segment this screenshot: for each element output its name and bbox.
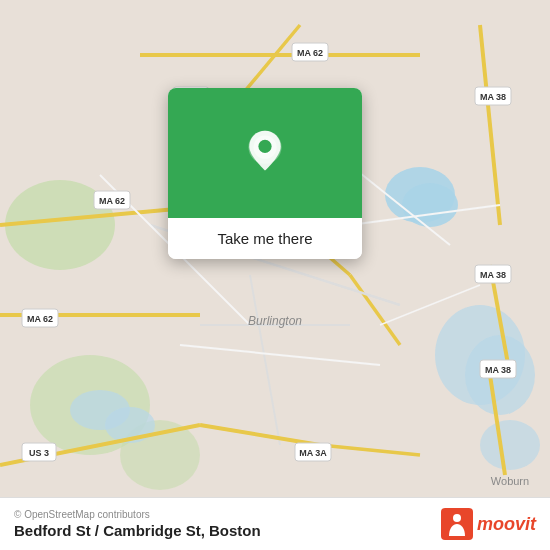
moovit-logo: moovit <box>441 508 536 540</box>
svg-text:MA 3A: MA 3A <box>299 448 327 458</box>
bottom-left: © OpenStreetMap contributors Bedford St … <box>14 509 261 539</box>
svg-text:US 3: US 3 <box>29 448 49 458</box>
svg-point-10 <box>480 420 540 470</box>
osm-attribution: © OpenStreetMap contributors <box>14 509 261 520</box>
svg-point-56 <box>453 514 461 522</box>
moovit-brand-icon <box>441 508 473 540</box>
take-me-there-button[interactable]: Take me there <box>168 218 362 259</box>
svg-text:MA 62: MA 62 <box>99 196 125 206</box>
svg-point-5 <box>402 183 458 227</box>
moovit-brand-text: moovit <box>477 514 536 535</box>
popup-card: Take me there <box>168 88 362 259</box>
bottom-bar: © OpenStreetMap contributors Bedford St … <box>0 497 550 550</box>
svg-text:Burlington: Burlington <box>248 314 302 328</box>
map-container: MA 62 MA 62 MA 62 MA 62 MA 38 MA 38 MA 3… <box>0 0 550 550</box>
svg-text:MA 62: MA 62 <box>27 314 53 324</box>
svg-text:Woburn: Woburn <box>491 475 529 487</box>
svg-text:MA 62: MA 62 <box>297 48 323 58</box>
svg-text:MA 38: MA 38 <box>480 270 506 280</box>
popup-green-area <box>168 88 362 218</box>
svg-point-54 <box>258 140 271 153</box>
svg-text:MA 38: MA 38 <box>485 365 511 375</box>
svg-text:MA 38: MA 38 <box>480 92 506 102</box>
location-pin-icon <box>241 129 289 177</box>
location-label: Bedford St / Cambridge St, Boston <box>14 522 261 539</box>
map-background: MA 62 MA 62 MA 62 MA 62 MA 38 MA 38 MA 3… <box>0 0 550 550</box>
